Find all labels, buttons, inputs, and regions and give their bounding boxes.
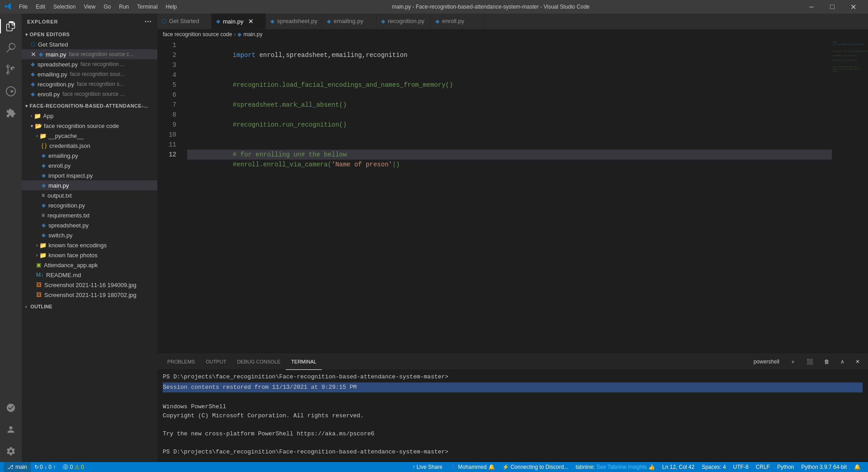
tab-emailing-py[interactable]: ◆ emailing.py <box>322 14 377 29</box>
status-spaces[interactable]: Spaces: 4 <box>698 462 729 472</box>
open-editor-main-py[interactable]: ✕ ◆ main.py face recognition source c... <box>22 49 157 59</box>
activity-run-debug[interactable] <box>0 80 22 102</box>
tab-get-started[interactable]: ⬡ Get Started <box>157 14 212 29</box>
folder-known-face-encodings[interactable]: › 📁 known face encodings <box>22 240 157 250</box>
breadcrumb-part-2[interactable]: ◆main.py <box>237 31 262 38</box>
code-area[interactable]: import enroll,spreadsheet,emailing,recog… <box>180 39 832 354</box>
activity-extensions[interactable] <box>0 102 22 124</box>
maximize-button[interactable]: □ <box>822 0 843 14</box>
panel-tab-output[interactable]: OUTPUT <box>200 354 231 370</box>
open-editors-chevron: ▾ <box>25 32 28 37</box>
file-recognition-py[interactable]: ◆ recognition.py <box>22 200 157 210</box>
minimize-button[interactable]: – <box>801 0 822 14</box>
file-spreadsheet-py[interactable]: ◆ spreadsheet.py <box>22 220 157 230</box>
activity-remote[interactable] <box>0 397 22 419</box>
file-screenshot-2[interactable]: 🖼 Screenshot 2021-11-19 180702.jpg <box>22 290 157 300</box>
terminal-content[interactable]: PS D:\projects\face_recoginition\Face-re… <box>157 370 868 462</box>
tab-main-py[interactable]: ◆ main.py ✕ <box>212 14 266 29</box>
folder-face-recognition[interactable]: ▾ 📂 face recognition source code <box>22 121 157 131</box>
open-editor-emailing-py[interactable]: ◆ emailing.py face recognition sour... <box>22 69 157 79</box>
project-header[interactable]: ▾ FACE-RECOGNITION-BASED-ATTENDANCE-... <box>22 101 157 111</box>
screenshot2-name: Screenshot 2021-11-19 180702.jpg <box>44 292 137 298</box>
menu-help[interactable]: Help <box>162 0 181 14</box>
window-title: main.py - Face-recognition-based-attenda… <box>180 4 801 10</box>
tab-close-main[interactable]: ✕ <box>247 18 255 25</box>
file-switch-py[interactable]: ◆ switch.py <box>22 230 157 240</box>
encodings-folder-icon: 📁 <box>39 242 47 249</box>
activity-explorer[interactable] <box>0 15 22 37</box>
open-editor-recognition-py[interactable]: ◆ recognition.py face recognition s... <box>22 79 157 89</box>
status-errors[interactable]: ⓪ 0 ⚠ 0 <box>59 462 87 472</box>
file-credentials-json[interactable]: { } credentials.json <box>22 141 157 151</box>
status-language[interactable]: Python <box>774 462 797 472</box>
file-attendance-apk[interactable]: ▣ Attendance_app.apk <box>22 260 157 270</box>
attendance-apk-name: Attendance_app.apk <box>44 262 98 269</box>
status-branch[interactable]: ⎇ main <box>4 462 31 472</box>
status-user[interactable]: 👤 Mohammed 🔔 <box>446 462 499 472</box>
vscode-file-icon: ⬡ <box>31 41 35 47</box>
bell-icon: 🔔 <box>488 464 495 470</box>
screenshot1-name: Screenshot 2021-11-16 194009.jpg <box>44 282 137 288</box>
pycache-folder-icon: 📁 <box>39 132 47 139</box>
close-button[interactable]: ✕ <box>843 0 863 14</box>
menu-run[interactable]: Run <box>115 0 132 14</box>
panel-tab-debug[interactable]: DEBUG CONSOLE <box>231 354 286 370</box>
tabnine-link[interactable]: See Tabnine Insights 👍 <box>596 464 655 470</box>
status-python-version[interactable]: Python 3.9.7 64-bit <box>797 462 850 472</box>
tab-recognition-py[interactable]: ◆ recognition.py <box>377 14 431 29</box>
file-requirements-txt[interactable]: ≡ requirements.txt <box>22 210 157 220</box>
status-tabnine[interactable]: tabnine: See Tabnine Insights 👍 <box>572 462 659 472</box>
maximize-panel-button[interactable]: ∧ <box>837 358 848 366</box>
code-editor-container[interactable]: 1 2 3 4 5 6 7 8 9 10 11 12 import enrol <box>157 39 868 354</box>
open-editor-spreadsheet-py[interactable]: ◆ spreadsheet.py face recognition ... <box>22 59 157 69</box>
file-screenshot-1[interactable]: 🖼 Screenshot 2021-11-16 194009.jpg <box>22 280 157 290</box>
status-sync[interactable]: ↻ 0 ↓ 0 ↑ <box>31 462 59 472</box>
activity-source-control[interactable] <box>0 59 22 80</box>
file-emailing-py[interactable]: ◆ emailing.py <box>22 151 157 160</box>
activity-accounts[interactable] <box>0 419 22 440</box>
pycache-label: __pycache__ <box>48 132 83 139</box>
photos-chevron: › <box>36 253 38 258</box>
folder-pycache[interactable]: › 📁 __pycache__ <box>22 131 157 141</box>
close-icon[interactable]: ✕ <box>31 51 36 58</box>
file-readme-md[interactable]: M↓ README.md <box>22 270 157 280</box>
panel-tab-terminal[interactable]: TERMINAL <box>286 354 322 370</box>
menu-view[interactable]: View <box>80 0 99 14</box>
activity-search[interactable] <box>0 37 22 59</box>
tab-spreadsheet-py[interactable]: ◆ spreadsheet.py <box>266 14 322 29</box>
menu-file[interactable]: File <box>15 0 31 14</box>
md-icon: M↓ <box>36 272 43 278</box>
status-discord[interactable]: ⚡ Connecting to Discord... <box>499 462 572 472</box>
open-editors-header[interactable]: ▾ Open Editors <box>22 29 157 39</box>
panel-tab-problems[interactable]: PROBLEMS <box>162 354 200 370</box>
open-editor-get-started[interactable]: ⬡ Get Started <box>22 39 157 49</box>
apk-icon: ▣ <box>36 262 41 268</box>
folder-app[interactable]: › 📁 App <box>22 111 157 121</box>
split-terminal-button[interactable]: ⬛ <box>803 358 817 366</box>
folder-known-face-photos[interactable]: › 📁 known face photos <box>22 250 157 260</box>
titlebar: File Edit Selection View Go Run Terminal… <box>0 0 868 14</box>
status-notifications[interactable]: 🔔 <box>850 462 864 472</box>
menu-selection[interactable]: Selection <box>50 0 79 14</box>
menu-edit[interactable]: Edit <box>32 0 49 14</box>
open-editor-enroll-py[interactable]: ◆ enroll.py face recognition source ... <box>22 89 157 99</box>
sidebar-more-actions[interactable]: ⋯ <box>144 17 152 26</box>
file-main-py[interactable]: ◆ main.py <box>22 180 157 190</box>
kill-terminal-button[interactable]: 🗑 <box>821 358 833 366</box>
file-import-inspect-py[interactable]: ◆ import inspect.py <box>22 170 157 180</box>
status-ln-col[interactable]: Ln 12, Col 42 <box>659 462 698 472</box>
status-live-share[interactable]: ↑ Live Share <box>409 462 446 472</box>
breadcrumb-part-1[interactable]: face recognition source code <box>163 31 232 38</box>
tab-enroll-py[interactable]: ◆ enroll.py <box>431 14 485 29</box>
new-terminal-button[interactable]: ＋ <box>787 357 799 367</box>
status-encoding[interactable]: UTF-8 <box>730 462 752 472</box>
menu-go[interactable]: Go <box>100 0 114 14</box>
file-enroll-py[interactable]: ◆ enroll.py <box>22 160 157 170</box>
outline-header[interactable]: › Outline <box>22 302 157 312</box>
status-line-ending[interactable]: CRLF <box>752 462 774 472</box>
import-inspect-name: import inspect.py <box>48 172 93 179</box>
activity-settings[interactable] <box>0 440 22 462</box>
file-output-txt[interactable]: ≡ output.txt <box>22 190 157 200</box>
close-panel-button[interactable]: ✕ <box>852 358 863 366</box>
menu-terminal[interactable]: Terminal <box>133 0 161 14</box>
